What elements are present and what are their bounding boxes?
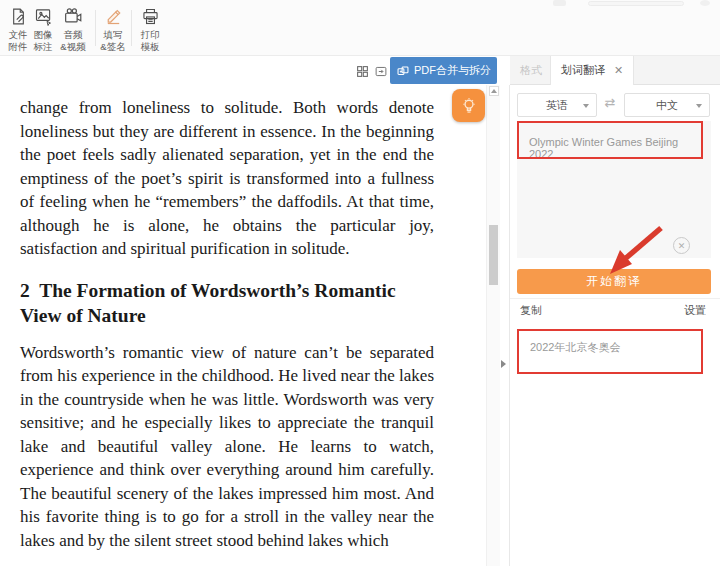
swap-languages-icon[interactable]: ⇄ xyxy=(600,95,620,110)
document-paragraph: Wordsworth’s romantic view of nature can… xyxy=(20,341,434,553)
copy-button[interactable]: 复制 xyxy=(520,303,542,318)
lightbulb-icon xyxy=(458,95,480,117)
translate-panel: 英语 ⇄ 中文 Olympic Winter Games Beijing 202… xyxy=(510,85,720,566)
window-switch-icon[interactable] xyxy=(374,65,388,78)
toolbar-item-label: &视频 xyxy=(54,41,92,53)
tab-format[interactable]: 格式 xyxy=(520,56,542,85)
toolbar-item-print-template[interactable]: 打印 模板 xyxy=(132,5,168,52)
document-scrollbar[interactable] xyxy=(486,85,500,566)
clear-input-button[interactable]: ✕ xyxy=(673,237,690,254)
panel-tabbar: 格式 划词翻译 ✕ xyxy=(510,56,720,85)
target-language-select[interactable]: 中文 xyxy=(624,93,710,117)
tip-lightbulb-button[interactable] xyxy=(452,89,485,122)
source-language-select[interactable]: 英语 xyxy=(517,93,597,117)
translation-result-text: 2022年北京冬奥会 xyxy=(530,341,620,353)
merge-split-label: PDF合并与拆分 xyxy=(414,63,491,78)
target-language-value: 中文 xyxy=(656,98,678,113)
toolbar-item-label: 填写 xyxy=(96,29,130,41)
tab-translate-label: 划词翻译 xyxy=(561,63,605,78)
audio-video-icon xyxy=(54,5,92,27)
document-paragraph: change from loneliness to solitude. Both… xyxy=(20,96,434,261)
translation-result-box: 2022年北京冬奥会 xyxy=(517,329,703,374)
toolbar-item-label: &签名 xyxy=(96,41,130,53)
merge-split-icon xyxy=(396,64,410,78)
start-translate-button[interactable]: 开始翻译 xyxy=(517,269,711,294)
zoom-slider-remnant xyxy=(588,1,684,6)
caret-down-icon xyxy=(583,104,589,108)
scroll-up-button[interactable] xyxy=(489,86,499,96)
document-text: change from loneliness to solitude. Both… xyxy=(0,85,434,552)
print-template-icon xyxy=(132,5,168,27)
source-language-value: 英语 xyxy=(546,98,568,113)
settings-button[interactable]: 设置 xyxy=(684,303,706,318)
tab-close-icon[interactable]: ✕ xyxy=(614,64,623,77)
scroll-up-icon xyxy=(491,89,497,93)
window-control-remnant xyxy=(553,0,566,6)
document-heading: 2 The Formation of Wordsworth’s Romantic… xyxy=(20,278,434,328)
toolbar-item-fill-sign[interactable]: 填写 &签名 xyxy=(96,5,130,52)
toolbar-item-label: 模板 xyxy=(132,41,168,53)
result-actions-row: 复制 设置 xyxy=(510,298,720,322)
tab-translate[interactable]: 划词翻译 ✕ xyxy=(550,56,634,85)
document-page[interactable]: change from loneliness to solitude. Both… xyxy=(0,85,486,566)
toolbar-item-label: 音频 xyxy=(54,29,92,41)
clear-icon: ✕ xyxy=(678,241,686,251)
main-toolbar: 文件 附件 图像 标注 音频 &视频 xyxy=(0,0,720,56)
window-control-remnant xyxy=(700,0,710,6)
toolbar-item-audio-video[interactable]: 音频 &视频 xyxy=(54,5,92,52)
scrollbar-thumb[interactable] xyxy=(489,225,498,285)
pdf-merge-split-button[interactable]: PDF合并与拆分 xyxy=(390,57,497,84)
caret-down-icon xyxy=(696,104,702,108)
fill-sign-icon xyxy=(96,5,130,27)
grid-view-icon[interactable] xyxy=(356,65,369,78)
source-text-value: Olympic Winter Games Beijing 2022 xyxy=(529,136,678,160)
toolbar-item-label: 打印 xyxy=(132,29,168,41)
panel-collapse-arrow-icon[interactable] xyxy=(501,360,506,368)
